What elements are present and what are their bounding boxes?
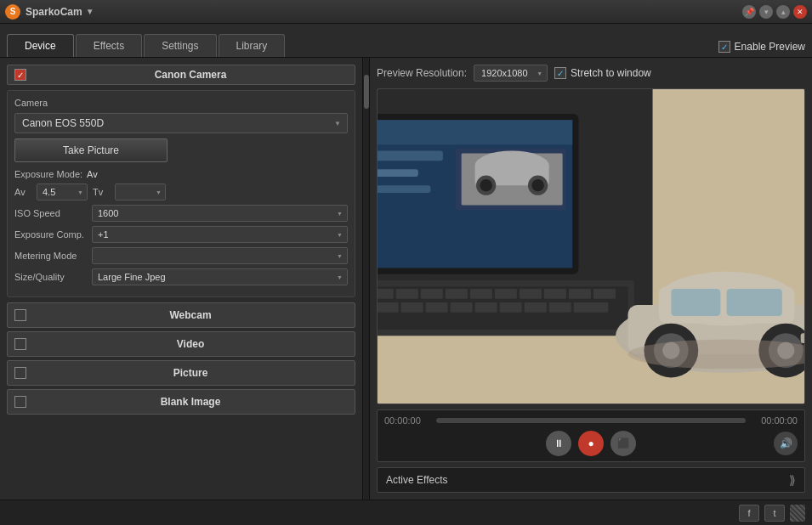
tab-library[interactable]: Library: [219, 34, 286, 57]
tab-bar: Device Effects Settings Library Enable P…: [0, 24, 812, 58]
blank-image-title: Blank Image: [33, 396, 348, 408]
video-checkbox[interactable]: [14, 338, 26, 350]
playback-controls: 00:00:00 00:00:00 ⏸ ● ⬛ 🔊: [377, 409, 805, 462]
exposure-mode-row: Exposure Mode: Av: [14, 169, 348, 179]
volume-button[interactable]: 🔊: [774, 432, 798, 455]
size-quality-select[interactable]: Large Fine Jpeg Large Normal Jpeg RAW: [92, 268, 348, 285]
av-select[interactable]: 4.5 5.6 8: [37, 183, 88, 200]
pause-button[interactable]: ⏸: [546, 431, 571, 456]
svg-rect-24: [470, 289, 492, 299]
svg-rect-37: [500, 302, 522, 313]
controls-row: ⏸ ● ⬛ 🔊: [384, 431, 798, 456]
av-dropdown-wrapper: 4.5 5.6 8: [37, 183, 88, 200]
size-quality-dropdown-wrapper: Large Fine Jpeg Large Normal Jpeg RAW: [92, 268, 348, 285]
left-inner: Canon Camera Camera Canon EOS 550D Take …: [0, 58, 369, 500]
record-button[interactable]: ●: [578, 431, 604, 456]
title-dropdown-arrow[interactable]: ▼: [86, 7, 94, 16]
iso-speed-dropdown-wrapper: 1600 800 400 200 100: [92, 205, 348, 222]
tab-device[interactable]: Device: [7, 34, 74, 57]
svg-rect-26: [520, 289, 542, 299]
blank-image-section[interactable]: Blank Image: [7, 389, 355, 415]
exposure-comp-select[interactable]: +1 0 -1: [92, 226, 348, 243]
metering-mode-dropdown-wrapper: Evaluative Spot: [92, 247, 348, 264]
stretch-checkbox[interactable]: [554, 67, 566, 79]
window-controls: 📌 ▾ ▴ ✕: [742, 5, 807, 19]
svg-rect-35: [451, 302, 473, 313]
picture-section[interactable]: Picture: [7, 360, 355, 386]
twitter-button[interactable]: t: [764, 505, 785, 522]
resolution-select[interactable]: 1920x1080 1280x720 640x480: [474, 65, 548, 82]
scroll-thumb[interactable]: [364, 75, 369, 109]
canon-camera-header[interactable]: Canon Camera: [7, 65, 355, 85]
enable-preview-checkbox[interactable]: [718, 41, 730, 53]
bottom-stripe: [790, 505, 805, 522]
close-button[interactable]: ✕: [793, 5, 807, 19]
facebook-button[interactable]: f: [739, 505, 759, 522]
minimize-button[interactable]: ▾: [759, 5, 773, 19]
time-end: 00:00:00: [751, 415, 798, 426]
pin-button[interactable]: 📌: [742, 5, 756, 19]
iso-speed-row: ISO Speed 1600 800 400 200 100: [14, 205, 348, 222]
progress-bar[interactable]: [436, 418, 746, 423]
left-scrollbar[interactable]: [362, 58, 369, 500]
preview-image: SAMSUNG: [377, 88, 805, 404]
exposure-mode-label: Exposure Mode:: [14, 169, 82, 179]
svg-point-13: [480, 179, 492, 192]
active-effects-expand-icon: ⟫: [789, 473, 796, 487]
canon-camera-checkbox[interactable]: [14, 69, 26, 81]
svg-rect-25: [495, 289, 517, 299]
svg-rect-20: [378, 289, 394, 299]
svg-rect-40: [574, 302, 609, 313]
svg-rect-7: [378, 185, 430, 193]
metering-mode-select[interactable]: Evaluative Spot: [92, 247, 348, 264]
svg-rect-56: [801, 333, 804, 343]
webcam-checkbox[interactable]: [14, 309, 26, 321]
svg-rect-33: [401, 302, 423, 313]
svg-rect-39: [549, 302, 571, 313]
svg-rect-47: [727, 289, 782, 316]
stretch-label: Stretch to window: [571, 67, 651, 79]
active-effects-label: Active Effects: [386, 474, 447, 486]
tab-effects[interactable]: Effects: [76, 34, 142, 57]
svg-rect-34: [426, 302, 448, 313]
picture-title: Picture: [33, 367, 348, 379]
right-panel: Preview Resolution: 1920x1080 1280x720 6…: [370, 58, 812, 500]
resolution-dropdown-wrapper: 1920x1080 1280x720 640x480: [474, 65, 548, 82]
picture-checkbox[interactable]: [14, 367, 26, 379]
exposure-comp-label: Exposure Comp.: [14, 229, 87, 240]
svg-rect-23: [446, 289, 468, 299]
bottom-bar: f t: [0, 500, 812, 525]
tab-settings[interactable]: Settings: [144, 34, 216, 57]
app-logo: S: [5, 4, 20, 20]
maximize-button[interactable]: ▴: [776, 5, 790, 19]
blank-image-checkbox[interactable]: [14, 396, 26, 408]
iso-speed-select[interactable]: 1600 800 400 200 100: [92, 205, 348, 222]
av-tv-row: Av 4.5 5.6 8 Tv: [14, 183, 348, 200]
size-quality-label: Size/Quality: [14, 272, 87, 282]
take-picture-button[interactable]: Take Picture: [14, 138, 168, 162]
snapshot-button[interactable]: ⬛: [610, 431, 636, 456]
svg-rect-29: [593, 289, 616, 299]
svg-rect-22: [421, 289, 443, 299]
metering-mode-label: Metering Mode: [14, 251, 87, 261]
tv-select[interactable]: 1/60 1/125: [115, 183, 166, 200]
stretch-container: Stretch to window: [554, 67, 651, 79]
camera-model-select[interactable]: Canon EOS 550D: [14, 113, 348, 133]
webcam-section[interactable]: Webcam: [7, 302, 355, 328]
video-section[interactable]: Video: [7, 331, 355, 357]
tv-dropdown-wrapper: 1/60 1/125: [115, 183, 166, 200]
title-bar: S SparkoCam ▼ 📌 ▾ ▴ ✕: [0, 0, 812, 24]
av-label: Av: [14, 187, 31, 197]
preview-canvas: SAMSUNG: [378, 89, 804, 404]
video-title: Video: [33, 338, 348, 350]
svg-rect-5: [378, 151, 443, 161]
enable-preview-container: Enable Preview: [718, 41, 805, 57]
active-effects-panel[interactable]: Active Effects ⟫: [377, 467, 805, 493]
size-quality-row: Size/Quality Large Fine Jpeg Large Norma…: [14, 268, 348, 285]
svg-rect-36: [475, 302, 497, 313]
svg-rect-28: [569, 289, 591, 299]
svg-rect-6: [378, 169, 418, 177]
preview-resolution-label: Preview Resolution:: [377, 67, 467, 79]
time-start: 00:00:00: [384, 415, 431, 426]
camera-group-label: Camera: [14, 98, 348, 108]
